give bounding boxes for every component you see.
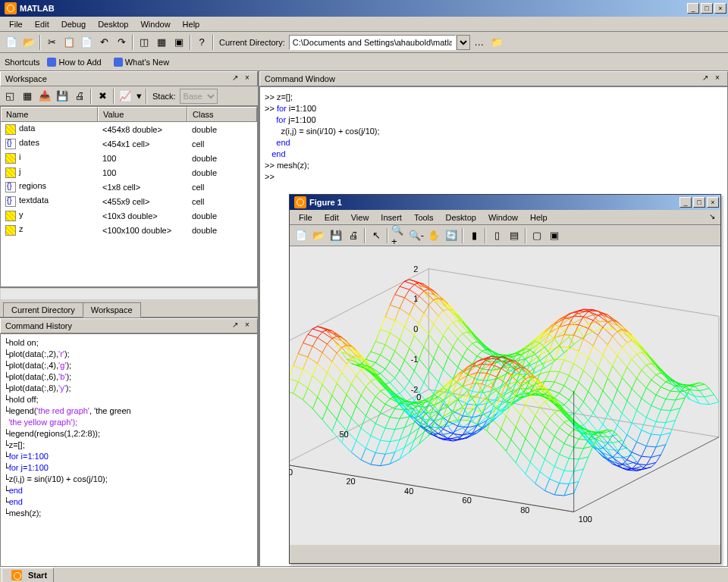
workspace-hscroll[interactable] [0, 287, 258, 300]
stack-select[interactable]: Base [180, 89, 218, 104]
panel-close-icon[interactable]: × [242, 321, 253, 331]
menu-debug[interactable]: Debug [55, 18, 92, 30]
up-dir-icon[interactable]: 📁 [488, 34, 505, 51]
workspace-row[interactable]: dates<454x1 cell>cell [1, 136, 257, 151]
history-line[interactable]: └for j=1:100 [4, 462, 254, 474]
data-cursor-icon[interactable]: ▮ [466, 227, 482, 244]
tab-current-directory[interactable]: Current Directory [3, 302, 83, 317]
close-button[interactable]: × [714, 3, 726, 14]
history-line[interactable]: └end [4, 496, 254, 508]
new-var-icon[interactable]: ◱ [2, 88, 18, 105]
command-history-body[interactable]: └hold on;└plot(data(:,2),'r');└plot(data… [0, 333, 258, 567]
workspace-row[interactable]: textdata<455x9 cell>cell [1, 194, 257, 208]
history-line[interactable]: └z=[]; [4, 440, 254, 451]
workspace-row[interactable]: data<454x8 double>double [1, 122, 257, 136]
figure-menu-view[interactable]: View [345, 211, 375, 224]
figure-window[interactable]: Figure 1 _ □ × FileEditViewInsertToolsDe… [289, 194, 721, 564]
help-icon[interactable]: ? [193, 34, 210, 51]
figure-menu-window[interactable]: Window [482, 211, 524, 224]
col-header-value[interactable]: Value [98, 107, 187, 121]
zoom-in-icon[interactable]: 🔍+ [391, 227, 407, 244]
redo-icon[interactable]: ↷ [113, 34, 130, 51]
menu-window[interactable]: Window [134, 18, 176, 30]
new-figure-icon[interactable]: 📄 [293, 227, 309, 244]
print-icon[interactable]: 🖨 [71, 88, 88, 105]
open-file-icon[interactable]: 📂 [20, 34, 37, 51]
history-line[interactable]: └plot(data(:,8),'y'); [4, 383, 254, 394]
legend-icon[interactable]: ▤ [506, 227, 522, 244]
figure-menu-file[interactable]: File [293, 211, 318, 224]
paste-icon[interactable]: 📄 [78, 34, 95, 51]
undock-icon[interactable]: ↗ [230, 74, 240, 84]
new-file-icon[interactable]: 📄 [3, 34, 20, 51]
colorbar-icon[interactable]: ▯ [488, 227, 505, 244]
history-line[interactable]: └hold off; [4, 394, 254, 405]
workspace-row[interactable]: z<100x100 double>double [1, 223, 257, 237]
col-header-class[interactable]: Class [187, 107, 257, 121]
cut-icon[interactable]: ✂ [43, 34, 60, 51]
edit-plot-icon[interactable]: ↖ [368, 227, 384, 244]
minimize-button[interactable]: _ [679, 197, 692, 208]
history-line[interactable]: └legend('the red graph', 'the green [4, 405, 254, 417]
delete-var-icon[interactable]: ✖ [94, 88, 111, 105]
start-button[interactable]: Start [2, 568, 54, 583]
shortcut-whats-new[interactable]: What's New [109, 56, 174, 68]
history-line[interactable]: └z(i,j) = sin(i/10) + cos(j/10); [4, 474, 254, 485]
figure-menu-insert[interactable]: Insert [375, 211, 408, 224]
history-line[interactable]: 'the yellow graph'); [4, 417, 254, 428]
workspace-row[interactable]: regions<1x8 cell>cell [1, 180, 257, 194]
menu-edit[interactable]: Edit [29, 18, 55, 30]
copy-icon[interactable]: 📋 [61, 34, 77, 51]
hide-tools-icon[interactable]: ▢ [529, 227, 545, 244]
zoom-out-icon[interactable]: 🔍- [408, 227, 425, 244]
history-line[interactable]: └mesh(z); [4, 508, 254, 519]
workspace-row[interactable]: j100double [1, 165, 257, 180]
close-button[interactable]: × [707, 197, 719, 208]
current-dir-dropdown[interactable] [457, 35, 470, 50]
current-dir-input[interactable] [289, 35, 456, 50]
workspace-row[interactable]: i100double [1, 151, 257, 165]
pan-icon[interactable]: ✋ [425, 227, 442, 244]
shortcut-how-to-add[interactable]: How to Add [42, 56, 105, 68]
figure-menu-edit[interactable]: Edit [318, 211, 345, 224]
profiler-icon[interactable]: ▣ [171, 34, 187, 51]
save-ws-icon[interactable]: 💾 [54, 88, 71, 105]
history-line[interactable]: └plot(data(:,2),'r'); [4, 349, 254, 360]
maximize-button[interactable]: □ [693, 197, 705, 208]
menu-file[interactable]: File [3, 18, 29, 30]
panel-close-icon[interactable]: × [242, 74, 253, 84]
panel-close-icon[interactable]: × [712, 74, 723, 84]
maximize-button[interactable]: □ [701, 3, 713, 14]
menu-desktop[interactable]: Desktop [92, 18, 134, 30]
save-figure-icon[interactable]: 💾 [328, 227, 344, 244]
figure-titlebar[interactable]: Figure 1 _ □ × [290, 195, 720, 210]
browse-dir-button[interactable]: … [471, 34, 488, 51]
history-line[interactable]: └plot(data(:,4),'g'); [4, 360, 254, 371]
figure-menu-help[interactable]: Help [524, 211, 554, 224]
figure-axes[interactable]: -2-1012050100020406080100 [290, 246, 720, 545]
undo-icon[interactable]: ↶ [96, 34, 112, 51]
import-icon[interactable]: 📥 [36, 88, 53, 105]
simulink-icon[interactable]: ◫ [136, 34, 152, 51]
workspace-table[interactable]: Name Value Class data<454x8 double>doubl… [0, 106, 258, 287]
history-line[interactable]: └legend(regions(1,2:2:8)); [4, 428, 254, 440]
history-line[interactable]: └plot(data(:,6),'b'); [4, 371, 254, 383]
show-tools-icon[interactable]: ▣ [546, 227, 563, 244]
minimize-button[interactable]: _ [687, 3, 699, 14]
workspace-row[interactable]: y<10x3 double>double [1, 208, 257, 223]
menu-help[interactable]: Help [177, 18, 206, 30]
history-line[interactable]: └hold on; [4, 337, 254, 349]
undock-icon[interactable]: ↗ [230, 321, 240, 331]
undock-icon[interactable]: ↗ [700, 74, 711, 84]
plot-selector-icon[interactable]: 📈 [117, 88, 133, 105]
history-line[interactable]: └end [4, 485, 254, 496]
plot-dropdown-icon[interactable]: ▾ [134, 88, 143, 105]
guide-icon[interactable]: ▦ [153, 34, 170, 51]
tab-workspace[interactable]: Workspace [83, 302, 141, 318]
open-figure-icon[interactable]: 📂 [310, 227, 327, 244]
figure-menu-desktop[interactable]: Desktop [440, 211, 482, 224]
rotate-3d-icon[interactable]: 🔄 [443, 227, 460, 244]
dock-icon[interactable]: ↘ [707, 212, 717, 223]
history-line[interactable]: └for i=1:100 [4, 451, 254, 462]
open-var-icon[interactable]: ▦ [19, 88, 36, 105]
